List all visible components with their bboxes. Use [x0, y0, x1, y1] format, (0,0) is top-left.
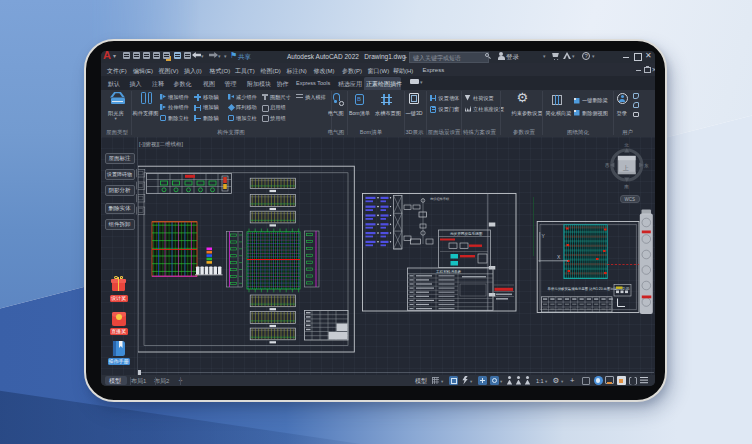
- svg-text:WCS: WCS: [625, 197, 636, 202]
- svg-text:光伏并网发电系统图: 光伏并网发电系统图: [450, 231, 483, 236]
- svg-text:南: 南: [624, 184, 629, 189]
- svg-text:东: 东: [644, 163, 649, 168]
- svg-text:北: 北: [624, 143, 629, 148]
- svg-text:X: X: [557, 254, 561, 260]
- svg-text:西: 西: [605, 162, 610, 168]
- svg-text:光伏组件串联: 光伏组件串联: [430, 197, 450, 201]
- svg-text:工程材料清单表: 工程材料清单表: [436, 270, 462, 274]
- svg-text:上: 上: [622, 165, 629, 171]
- svg-text:Y: Y: [542, 233, 546, 239]
